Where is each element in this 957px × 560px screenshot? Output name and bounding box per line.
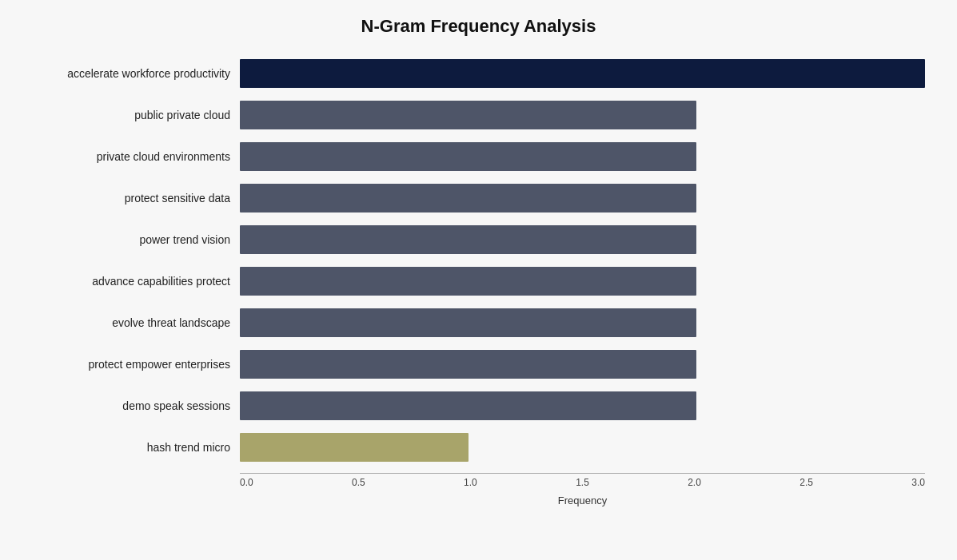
x-axis-label: Frequency xyxy=(240,494,925,506)
bar-track xyxy=(240,184,925,212)
bar-row: accelerate workforce productivity xyxy=(32,53,925,94)
bar-row: protect empower enterprises xyxy=(32,344,925,385)
bar-row: evolve threat landscape xyxy=(32,302,925,344)
chart-area: accelerate workforce productivitypublic … xyxy=(32,53,925,468)
chart-title: N-Gram Frequency Analysis xyxy=(32,16,925,37)
x-tick: 3.0 xyxy=(911,477,925,488)
bar-track xyxy=(240,350,925,379)
bar-track xyxy=(240,308,925,337)
bar-fill xyxy=(240,184,696,212)
bar-track xyxy=(240,433,925,462)
bar-label: hash trend micro xyxy=(32,441,240,454)
x-ticks: 0.00.51.01.52.02.53.0 xyxy=(240,477,925,488)
bar-label: public private cloud xyxy=(32,109,240,121)
bar-track xyxy=(240,59,925,88)
bar-row: public private cloud xyxy=(32,94,925,136)
bar-track xyxy=(240,101,925,129)
bar-row: protect sensitive data xyxy=(32,177,925,219)
bar-fill xyxy=(240,142,696,171)
x-tick: 0.0 xyxy=(240,477,253,488)
bar-row: power trend vision xyxy=(32,219,925,260)
bar-fill xyxy=(240,225,696,254)
bar-fill xyxy=(240,308,696,337)
bar-fill xyxy=(240,59,925,88)
chart-container: N-Gram Frequency Analysis accelerate wor… xyxy=(0,0,957,560)
bar-track xyxy=(240,225,925,254)
bar-fill xyxy=(240,433,469,462)
bar-row: private cloud environments xyxy=(32,136,925,177)
x-axis-line xyxy=(240,473,925,474)
bar-fill xyxy=(240,391,696,420)
bar-label: demo speak sessions xyxy=(32,399,240,412)
bar-fill xyxy=(240,350,696,379)
bar-fill xyxy=(240,101,696,129)
x-tick: 1.0 xyxy=(464,477,477,488)
bar-label: advance capabilities protect xyxy=(32,275,240,288)
bar-fill xyxy=(240,267,696,296)
bar-track xyxy=(240,267,925,296)
x-tick: 0.5 xyxy=(352,477,365,488)
bar-label: power trend vision xyxy=(32,233,240,246)
bar-label: evolve threat landscape xyxy=(32,316,240,329)
x-tick: 2.0 xyxy=(688,477,701,488)
bar-label: protect empower enterprises xyxy=(32,358,240,371)
bar-label: private cloud environments xyxy=(32,150,240,163)
bar-track xyxy=(240,142,925,171)
bar-track xyxy=(240,391,925,420)
bar-label: accelerate workforce productivity xyxy=(32,67,240,80)
bar-label: protect sensitive data xyxy=(32,192,240,205)
x-axis-container: 0.00.51.01.52.02.53.0 Frequency xyxy=(240,473,925,506)
x-tick: 1.5 xyxy=(576,477,589,488)
bar-row: hash trend micro xyxy=(32,427,925,468)
bar-row: demo speak sessions xyxy=(32,385,925,427)
x-tick: 2.5 xyxy=(799,477,813,488)
bar-row: advance capabilities protect xyxy=(32,260,925,302)
